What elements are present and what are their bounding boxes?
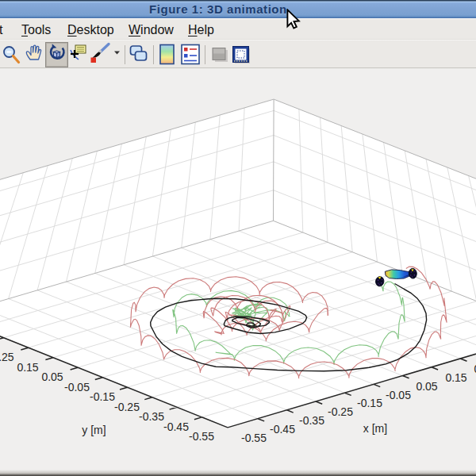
svg-text:-0.35: -0.35: [139, 410, 164, 423]
svg-text:0.15: 0.15: [17, 361, 38, 374]
svg-text:-0.55: -0.55: [189, 430, 214, 443]
svg-text:x [m]: x [m]: [363, 422, 387, 435]
svg-text:0.25: 0.25: [0, 351, 14, 363]
svg-text:-0.05: -0.05: [386, 389, 411, 401]
svg-text:-0.35: -0.35: [299, 414, 324, 427]
svg-text:-0.45: -0.45: [270, 423, 295, 436]
svg-text:-0.45: -0.45: [163, 420, 189, 433]
svg-text:-0.55: -0.55: [241, 432, 267, 444]
svg-text:0.15: 0.15: [445, 371, 466, 384]
svg-text:0.05: 0.05: [416, 380, 437, 393]
svg-text:y [m]: y [m]: [82, 424, 106, 436]
svg-text:-0.25: -0.25: [114, 401, 140, 413]
svg-text:-0.15: -0.15: [90, 390, 115, 403]
svg-text:-0.15: -0.15: [357, 397, 382, 409]
svg-text:-0.25: -0.25: [328, 405, 353, 418]
svg-text:-0.05: -0.05: [64, 381, 90, 393]
svg-text:0.05: 0.05: [41, 370, 63, 383]
